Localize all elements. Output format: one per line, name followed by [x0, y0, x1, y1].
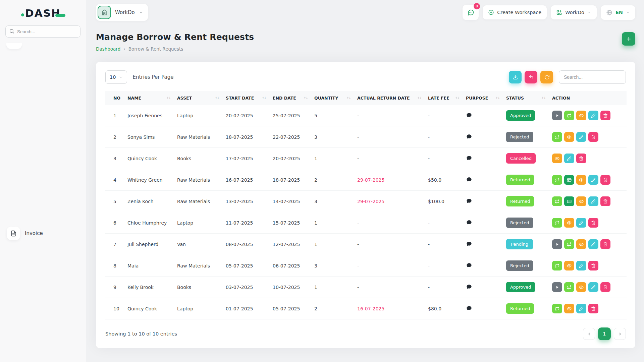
edit-action-button[interactable] — [588, 239, 598, 249]
edit-action-button[interactable] — [588, 196, 598, 206]
view-action-button[interactable] — [576, 282, 586, 292]
purpose-comment-icon[interactable] — [466, 133, 472, 140]
edit-action-button[interactable] — [588, 282, 598, 292]
delete-action-button[interactable] — [588, 132, 598, 142]
edit-action-button[interactable] — [576, 218, 586, 228]
purpose-comment-icon[interactable] — [466, 262, 472, 268]
pagination-next-button[interactable] — [614, 328, 626, 340]
pay-action-button[interactable] — [564, 196, 574, 206]
purpose-comment-icon[interactable] — [466, 284, 472, 290]
view-action-button[interactable] — [564, 218, 574, 228]
globe-icon — [606, 9, 612, 16]
column-header-start-date[interactable]: START DATE↑↓ — [222, 91, 269, 105]
edit-action-button[interactable] — [564, 154, 574, 163]
repeat-action-button[interactable] — [552, 132, 562, 142]
repeat-action-button[interactable] — [564, 282, 574, 292]
topbar: WorkDo 0 Create Workspace WorkDo EN — [96, 4, 635, 21]
grid-plus-icon — [556, 9, 562, 15]
view-action-button[interactable] — [576, 175, 586, 185]
create-workspace-button[interactable]: Create Workspace — [483, 5, 547, 19]
view-action-button[interactable] — [552, 154, 562, 163]
purpose-comment-icon[interactable] — [466, 305, 472, 311]
column-header-end-date[interactable]: END DATE↑↓ — [269, 91, 311, 105]
column-header-purpose[interactable]: PURPOSE↑↓ — [463, 91, 503, 105]
view-action-button[interactable] — [564, 304, 574, 313]
repeat-action-button[interactable] — [552, 218, 562, 228]
view-action-button[interactable] — [564, 261, 574, 270]
column-header-status[interactable]: STATUS↑↓ — [503, 91, 549, 105]
messages-button[interactable]: 0 — [463, 5, 479, 20]
purpose-comment-icon[interactable] — [466, 112, 472, 118]
edit-action-button[interactable] — [576, 304, 586, 313]
repeat-action-button[interactable] — [564, 239, 574, 249]
purpose-comment-icon[interactable] — [466, 176, 472, 183]
workspace-dropdown[interactable]: WorkDo — [551, 5, 597, 19]
edit-action-button[interactable] — [588, 175, 598, 185]
language-dropdown[interactable]: EN — [601, 5, 635, 20]
view-action-button[interactable] — [576, 111, 586, 120]
refresh-button[interactable] — [540, 71, 553, 83]
pagination-prev-button[interactable] — [583, 328, 595, 340]
sort-icon: ↑↓ — [346, 96, 351, 100]
status-badge-returned: Returned — [506, 196, 534, 206]
repeat-action-button[interactable] — [552, 304, 562, 313]
purpose-comment-icon[interactable] — [466, 198, 472, 204]
create-request-button[interactable] — [622, 32, 635, 46]
undo-button[interactable] — [525, 71, 537, 83]
delete-action-button[interactable] — [588, 218, 598, 228]
view-action-button[interactable] — [576, 196, 586, 206]
purpose-comment-icon[interactable] — [466, 155, 472, 161]
pagination-page-1-button[interactable]: 1 — [598, 327, 611, 340]
delete-action-button[interactable] — [600, 239, 610, 249]
purpose-comment-icon[interactable] — [466, 219, 472, 226]
cell-actual-return-date: 29-07-2025 — [354, 169, 425, 191]
play-action-button[interactable] — [552, 282, 562, 292]
column-header-asset[interactable]: ASSET↑↓ — [174, 91, 222, 105]
delete-action-button[interactable] — [588, 304, 598, 313]
delete-action-button[interactable] — [600, 196, 610, 206]
download-icon — [513, 75, 518, 80]
column-header-late-fee[interactable]: LATE FEE↑↓ — [425, 91, 463, 105]
edit-action-button[interactable] — [576, 132, 586, 142]
workspace-chip[interactable]: WorkDo — [96, 4, 148, 21]
requests-table-card: 10 Entries Per Page NONAME↑↓ASSET↑↓START… — [96, 62, 635, 348]
cell-end-date: 06-07-2025 — [269, 255, 311, 277]
repeat-action-button[interactable] — [552, 175, 562, 185]
sidebar-item-invoice[interactable]: Invoice — [5, 52, 80, 362]
column-header-quantity[interactable]: QUANTITY↑↓ — [311, 91, 354, 105]
repeat-action-button[interactable] — [564, 111, 574, 120]
view-action-button[interactable] — [576, 239, 586, 249]
create-workspace-label: Create Workspace — [497, 10, 541, 15]
cell-name: Quincy Cook — [124, 148, 174, 169]
delete-action-button[interactable] — [600, 282, 610, 292]
edit-action-button[interactable] — [588, 111, 598, 120]
column-header-actual-return-date[interactable]: ACTUAL RETURN DATE↑↓ — [354, 91, 425, 105]
delete-action-button[interactable] — [588, 261, 598, 270]
entries-per-page-select[interactable]: 10 — [105, 70, 127, 84]
table-footer: Showing 1 to 10 of 10 entries 1 — [105, 327, 626, 340]
export-button[interactable] — [509, 71, 522, 83]
view-action-button[interactable] — [564, 132, 574, 142]
table-controls: 10 Entries Per Page — [105, 70, 626, 84]
column-header-name[interactable]: NAME↑↓ — [124, 91, 174, 105]
breadcrumb-dashboard-link[interactable]: Dashboard — [96, 46, 120, 52]
repeat-action-button[interactable] — [552, 261, 562, 270]
cell-no: 6 — [105, 212, 124, 234]
cell-actions — [549, 126, 627, 148]
cell-status: Approved — [503, 105, 549, 126]
purpose-comment-icon[interactable] — [466, 241, 472, 247]
cell-start-date: 05-07-2025 — [222, 255, 269, 277]
delete-action-button[interactable] — [600, 175, 610, 185]
play-action-button[interactable] — [552, 239, 562, 249]
delete-action-button[interactable] — [600, 111, 610, 120]
table-search-input[interactable] — [559, 70, 626, 84]
delete-action-button[interactable] — [576, 154, 586, 163]
sidebar-search-input[interactable] — [5, 25, 80, 38]
entries-summary: Showing 1 to 10 of 10 entries — [105, 331, 177, 337]
cell-purpose — [463, 212, 503, 234]
edit-action-button[interactable] — [576, 261, 586, 270]
repeat-action-button[interactable] — [552, 196, 562, 206]
pay-action-button[interactable] — [564, 175, 574, 185]
play-action-button[interactable] — [552, 111, 562, 120]
cell-quantity: 1 — [311, 234, 354, 255]
